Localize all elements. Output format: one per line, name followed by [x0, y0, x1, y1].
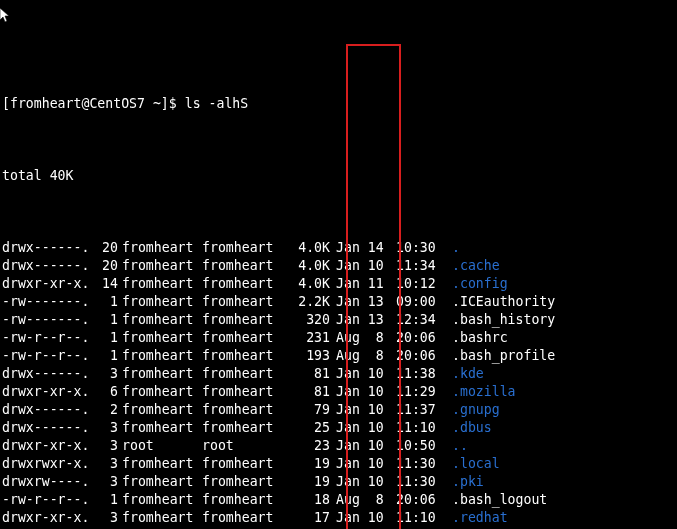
svg-marker-0 — [0, 8, 9, 22]
size: 19 — [282, 455, 330, 473]
size: 81 — [282, 365, 330, 383]
permissions: -rw-r--r--. — [2, 329, 88, 347]
owner: fromheart — [118, 491, 202, 509]
group: fromheart — [202, 239, 282, 257]
list-item: drwx------.3fromheartfromheart81Jan 1011… — [2, 365, 675, 383]
permissions: -rw-r--r--. — [2, 491, 88, 509]
size: 23 — [282, 437, 330, 455]
list-item: drwx------.3fromheartfromheart25Jan 1011… — [2, 419, 675, 437]
owner: fromheart — [118, 455, 202, 473]
time: 12:34 — [396, 311, 446, 329]
date: Jan 10 — [330, 473, 396, 491]
link-count: 2 — [88, 401, 118, 419]
owner: fromheart — [118, 419, 202, 437]
time: 11:10 — [396, 419, 446, 437]
owner: fromheart — [118, 509, 202, 527]
link-count: 1 — [88, 293, 118, 311]
size: 79 — [282, 401, 330, 419]
terminal-output[interactable]: [fromheart@CentOS7 ~]$ ls -alhS total 40… — [0, 0, 677, 529]
owner: fromheart — [118, 275, 202, 293]
file-name: .bash_profile — [446, 348, 555, 363]
date: Aug 8 — [330, 491, 396, 509]
list-item: drwxr-xr-x.3root root 23Jan 1010:50.. — [2, 437, 675, 455]
group: fromheart — [202, 491, 282, 509]
list-item: drwx------.2fromheartfromheart79Jan 1011… — [2, 401, 675, 419]
permissions: -rw-------. — [2, 311, 88, 329]
link-count: 1 — [88, 347, 118, 365]
list-item: -rw-r--r--.1fromheartfromheart18Aug 820:… — [2, 491, 675, 509]
time: 11:30 — [396, 473, 446, 491]
time: 11:38 — [396, 365, 446, 383]
size: 320 — [282, 311, 330, 329]
list-item: -rw-------.1fromheartfromheart320Jan 131… — [2, 311, 675, 329]
permissions: drwxrwxr-x. — [2, 455, 88, 473]
list-item: -rw-r--r--.1fromheartfromheart193Aug 820… — [2, 347, 675, 365]
permissions: drwx------. — [2, 257, 88, 275]
owner: fromheart — [118, 293, 202, 311]
owner: fromheart — [118, 473, 202, 491]
permissions: drwxr-xr-x. — [2, 383, 88, 401]
link-count: 3 — [88, 419, 118, 437]
file-name: .local — [446, 456, 500, 471]
size: 17 — [282, 509, 330, 527]
owner: fromheart — [118, 239, 202, 257]
group: root — [202, 437, 282, 455]
date: Jan 13 — [330, 293, 396, 311]
owner: fromheart — [118, 329, 202, 347]
list-item: drwxr-xr-x.3fromheartfromheart17Jan 1011… — [2, 509, 675, 527]
date: Jan 11 — [330, 275, 396, 293]
file-name: .bash_history — [446, 312, 555, 327]
list-item: drwxr-xr-x.14fromheartfromheart4.0KJan 1… — [2, 275, 675, 293]
size: 4.0K — [282, 257, 330, 275]
group: fromheart — [202, 365, 282, 383]
file-name: .ICEauthority — [446, 294, 555, 309]
list-item: drwx------.20fromheartfromheart4.0KJan 1… — [2, 257, 675, 275]
link-count: 14 — [88, 275, 118, 293]
size: 25 — [282, 419, 330, 437]
date: Jan 10 — [330, 509, 396, 527]
date: Jan 13 — [330, 311, 396, 329]
owner: fromheart — [118, 257, 202, 275]
permissions: drwxrw----. — [2, 473, 88, 491]
group: fromheart — [202, 419, 282, 437]
time: 11:34 — [396, 257, 446, 275]
owner: fromheart — [118, 311, 202, 329]
prompt-cwd: ~ — [153, 96, 161, 111]
owner: fromheart — [118, 347, 202, 365]
owner: fromheart — [118, 383, 202, 401]
size: 19 — [282, 473, 330, 491]
owner: root — [118, 437, 202, 455]
time: 11:29 — [396, 383, 446, 401]
file-name: . — [446, 240, 460, 255]
group: fromheart — [202, 293, 282, 311]
date: Jan 10 — [330, 437, 396, 455]
list-item: drwxr-xr-x.6fromheartfromheart81Jan 1011… — [2, 383, 675, 401]
list-item: drwxrw----.3fromheartfromheart19Jan 1011… — [2, 473, 675, 491]
permissions: drwx------. — [2, 401, 88, 419]
link-count: 20 — [88, 239, 118, 257]
size: 2.2K — [282, 293, 330, 311]
date: Jan 10 — [330, 257, 396, 275]
list-item: -rw-------.1fromheartfromheart2.2KJan 13… — [2, 293, 675, 311]
date: Aug 8 — [330, 329, 396, 347]
file-name: .mozilla — [446, 384, 516, 399]
size: 4.0K — [282, 275, 330, 293]
group: fromheart — [202, 455, 282, 473]
group: fromheart — [202, 383, 282, 401]
time: 20:06 — [396, 347, 446, 365]
time: 10:12 — [396, 275, 446, 293]
file-name: .redhat — [446, 510, 508, 525]
date: Jan 10 — [330, 419, 396, 437]
permissions: drwx------. — [2, 365, 88, 383]
permissions: drwxr-xr-x. — [2, 275, 88, 293]
time: 20:06 — [396, 491, 446, 509]
owner: fromheart — [118, 401, 202, 419]
date: Jan 10 — [330, 455, 396, 473]
file-name: .dbus — [446, 420, 492, 435]
list-item: drwxrwxr-x.3fromheartfromheart19Jan 1011… — [2, 455, 675, 473]
file-name: .bashrc — [446, 330, 508, 345]
file-name: .pki — [446, 474, 484, 489]
permissions: drwxr-xr-x. — [2, 437, 88, 455]
prompt-symbol: $ — [169, 96, 177, 111]
link-count: 1 — [88, 311, 118, 329]
